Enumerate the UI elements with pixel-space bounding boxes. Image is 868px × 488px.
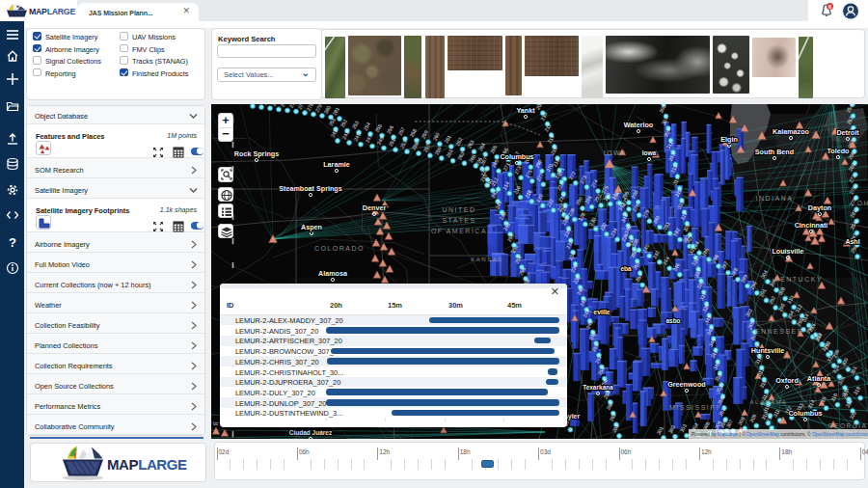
svg-text:Texarkana: Texarkana (583, 384, 613, 391)
svg-text:MAPLARGE: MAPLARGE (29, 7, 75, 16)
svg-text:Greenwood: Greenwood (667, 380, 706, 389)
svg-text:TENNESSEE: TENNESSEE (749, 328, 803, 335)
svg-text:eba: eba (620, 265, 632, 272)
svg-text:?: ? (9, 235, 16, 249)
svg-text:KANSAS: KANSAS (471, 257, 502, 262)
svg-text:OF AMERICA: OF AMERICA (431, 228, 487, 234)
svg-text:Cincinnati: Cincinnati (795, 221, 828, 230)
svg-text:Steamboat Springs: Steamboat Springs (279, 184, 342, 193)
svg-text:Powered by MapLarge | © OpenSt: Powered by MapLarge | © OpenStreetMap co… (692, 431, 868, 437)
svg-text:IOWA: IOWA (604, 149, 627, 156)
svg-text:KENTUCKY: KENTUCKY (774, 276, 823, 283)
svg-text:6: 6 (828, 4, 831, 10)
svg-text:GEORGIA: GEORGIA (828, 422, 868, 429)
svg-text:ALABAMA: ALABAMA (750, 399, 788, 405)
svg-text:Denver: Denver (363, 203, 387, 212)
svg-text:asbo: asbo (665, 317, 680, 324)
svg-text:Ashl: Ashl (845, 238, 859, 245)
svg-text:Kalamazoo: Kalamazoo (773, 127, 810, 136)
svg-text:Atlanta: Atlanta (807, 374, 831, 383)
svg-text:Dayton: Dayton (808, 203, 831, 212)
svg-text:Columbus: Columbus (788, 409, 822, 418)
svg-text:Alamosa: Alamosa (318, 269, 348, 278)
svg-text:Louisville: Louisville (772, 247, 803, 256)
svg-text:Ciudad Juárez: Ciudad Juárez (289, 429, 333, 436)
svg-text:MAPLARGE: MAPLARGE (107, 456, 187, 473)
svg-text:South Bend: South Bend (755, 148, 794, 156)
svg-text:Toledo: Toledo (827, 147, 850, 155)
svg-text:Detroit: Detroit (836, 128, 859, 137)
svg-text:UNITED: UNITED (442, 206, 475, 213)
svg-text:INDIANA: INDIANA (756, 195, 794, 202)
svg-text:Columbus: Columbus (500, 152, 533, 161)
svg-text:Rock Springs: Rock Springs (234, 149, 279, 158)
svg-text:Huntsville: Huntsville (751, 346, 784, 355)
svg-text:MISSISSIPPI: MISSISSIPPI (669, 404, 725, 411)
svg-text:Oxford: Oxford (775, 376, 799, 385)
svg-text:Aspen: Aspen (301, 223, 322, 231)
svg-text:yler: yler (568, 413, 581, 420)
svg-text:STATES: STATES (442, 217, 475, 224)
svg-text:Laramie: Laramie (323, 160, 350, 169)
svg-text:Iowa: Iowa (642, 149, 657, 156)
svg-text:COLORADO: COLORADO (314, 245, 365, 252)
svg-text:Yankt: Yankt (516, 106, 535, 115)
svg-text:OHI: OHI (857, 200, 868, 206)
svg-text:Waterloo: Waterloo (624, 121, 654, 129)
svg-text:Elgin: Elgin (720, 135, 738, 144)
svg-text:eville: eville (593, 309, 610, 315)
svg-text:uc: uc (213, 420, 219, 426)
